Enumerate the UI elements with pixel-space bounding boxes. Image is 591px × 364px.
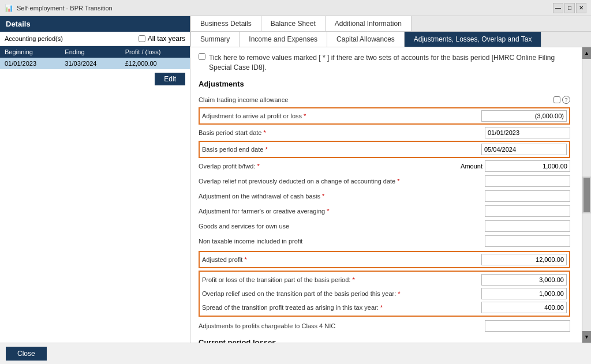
cash-basis-label: Adjustment on the withdrawal of cash bas… [199,193,485,200]
transition-input-1[interactable] [481,274,567,286]
help-icon[interactable]: ? [562,96,570,104]
claim-trading-label: Claim trading income allowance [199,96,553,103]
transition-label-3: Spread of the transition profit treated … [202,304,481,311]
left-panel: Details Accounting period(s) All tax yea… [0,16,190,343]
farmer-label: Adjustment for farmer's or creative aver… [199,208,485,215]
close-button[interactable]: Close [6,347,47,361]
scroll-up[interactable]: ▲ [582,47,591,59]
non-taxable-row: Non taxable income included in profit [199,234,570,249]
tick-label: Tick here to remove values marked [ * ] … [209,53,570,73]
tick-row: Tick here to remove values marked [ * ] … [199,53,570,73]
adjustments-title: Adjustments [199,80,570,88]
overlap-profit-row: Overlap profit b/fwd: Amount [199,159,570,174]
cash-basis-row: Adjustment on the withdrawal of cash bas… [199,189,570,204]
tab-adjustments[interactable]: Adjustments, Losses, Overlap and Tax [405,32,542,47]
tabs-row2: Summary Income and Expenses Capital Allo… [190,32,591,47]
all-tax-years-label: All tax years [148,35,185,43]
non-taxable-input[interactable] [485,235,570,247]
non-taxable-label: Non taxable income included in profit [199,238,485,245]
edit-button[interactable]: Edit [155,73,185,85]
minimize-button[interactable]: — [553,3,563,13]
restore-button[interactable]: □ [564,3,575,13]
adjustment-profit-loss-input[interactable]: (3,000.00) [481,110,567,122]
basis-start-label: Basis period start date [199,129,485,136]
all-tax-years: All tax years [139,35,185,43]
transition-group: Profit or loss of the transition part of… [199,271,570,317]
app-icon: 📊 [5,4,13,12]
col-beginning: Beginning [5,48,65,55]
scroll-thumb[interactable] [583,178,590,212]
window-controls: — □ ✕ [553,3,586,13]
tab-income-expenses[interactable]: Income and Expenses [240,32,327,47]
basis-start-row: Basis period start date 01/01/2023 [199,125,570,140]
nic-row: Adjustments to profits chargeable to Cla… [199,318,570,333]
adjusted-profit-row: Adjusted profit 12,000.00 [199,251,570,268]
edit-btn-row: Edit [0,69,190,89]
left-panel-header: Details [0,16,190,32]
col-ending: Ending [65,48,125,55]
goods-row: Goods and services for own use [199,219,570,234]
scroll-down[interactable]: ▼ [582,331,591,343]
window-title: Self-employment - BPR Transition [17,5,553,12]
cell-ending: 31/03/2024 [65,60,125,67]
current-period-losses-title: Current period losses [199,338,570,343]
tabs-row1: Business Details Balance Sheet Additiona… [190,16,591,32]
accounting-period-label: Accounting period(s) [5,35,139,42]
basis-end-label: Basis period end date [202,146,481,153]
claim-trading-checkbox[interactable] [553,96,560,103]
farmer-input[interactable] [485,205,570,217]
transition-label-1: Profit or loss of the transition part of… [202,276,481,283]
basis-end-input[interactable]: 05/04/2024 [481,144,567,155]
transition-row-3: Spread of the transition profit treated … [202,301,567,314]
amount-label: Amount [461,163,482,170]
overlap-relief-input[interactable] [485,175,570,187]
tab-additional-information[interactable]: Additional Information [326,16,412,31]
cell-beginning: 01/01/2023 [5,60,65,67]
close-window-button[interactable]: ✕ [576,3,586,13]
adjusted-profit-input[interactable]: 12,000.00 [481,254,567,265]
transition-row-1: Profit or loss of the transition part of… [202,273,567,287]
farmer-row: Adjustment for farmer's or creative aver… [199,204,570,219]
scrollbar[interactable]: ▲ ▼ [582,47,591,343]
col-profit: Profit / (loss) [125,48,185,55]
overlap-profit-label: Overlap profit b/fwd: [199,163,461,170]
goods-label: Goods and services for own use [199,223,485,230]
claim-trading-row: Claim trading income allowance ? [199,93,570,107]
tab-balance-sheet[interactable]: Balance Sheet [261,16,326,31]
title-bar: 📊 Self-employment - BPR Transition — □ ✕ [0,0,591,16]
cell-profit: £12,000.00 [125,60,185,67]
table-header: Beginning Ending Profit / (loss) [0,46,190,58]
all-tax-years-checkbox[interactable] [139,35,145,42]
nic-input[interactable] [485,320,570,332]
content-area: Tick here to remove values marked [ * ] … [190,47,582,343]
overlap-relief-label: Overlap relief not previously deducted o… [199,178,485,185]
adjustment-profit-loss-label: Adjustment to arrive at profit or loss [202,112,481,119]
overlap-profit-input[interactable] [485,160,570,172]
transition-label-2: Overlap relief used on the transition pa… [202,290,481,297]
cash-basis-input[interactable] [485,190,570,202]
transition-input-3[interactable] [481,302,567,313]
tab-business-details[interactable]: Business Details [190,16,261,31]
right-panel: Business Details Balance Sheet Additiona… [190,16,591,343]
goods-input[interactable] [485,220,570,232]
adjustment-profit-loss-row: Adjustment to arrive at profit or loss (… [199,107,570,125]
bottom-bar: Close [0,343,591,364]
overlap-relief-row: Overlap relief not previously deducted o… [199,174,570,189]
tick-checkbox[interactable] [199,53,205,60]
transition-input-2[interactable] [481,288,567,299]
adjusted-profit-label: Adjusted profit [202,256,481,263]
tab-summary[interactable]: Summary [190,32,240,47]
nic-label: Adjustments to profits chargeable to Cla… [199,322,485,329]
transition-row-2: Overlap relief used on the transition pa… [202,287,567,301]
accounting-period-bar: Accounting period(s) All tax years [0,32,190,46]
top-tabs: Business Details Balance Sheet Additiona… [190,16,591,47]
table-row: 01/01/2023 31/03/2024 £12,000.00 [0,58,190,69]
basis-end-row: Basis period end date 05/04/2024 [199,141,570,158]
tab-capital-allowances[interactable]: Capital Allowances [327,32,405,47]
basis-start-input[interactable]: 01/01/2023 [485,127,570,138]
